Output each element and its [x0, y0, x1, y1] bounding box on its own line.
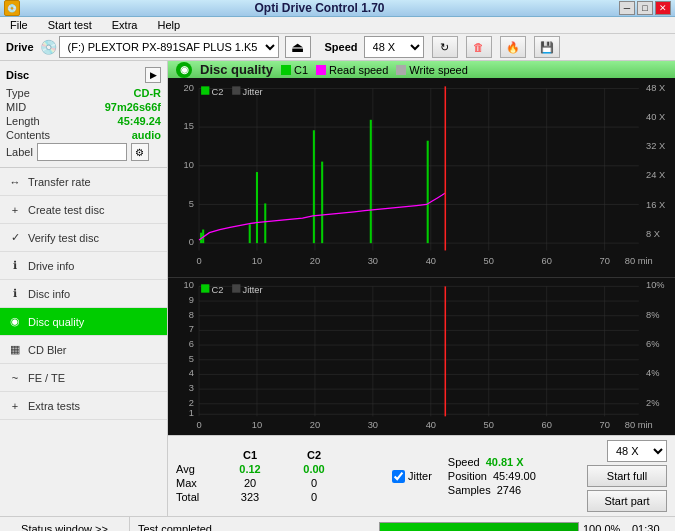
- length-label: Length: [6, 115, 40, 127]
- save-button[interactable]: 💾: [534, 36, 560, 58]
- svg-rect-42: [427, 141, 429, 243]
- svg-rect-92: [201, 284, 209, 292]
- svg-text:70: 70: [599, 420, 609, 430]
- svg-text:20: 20: [184, 83, 194, 93]
- avg-c1: 0.12: [220, 463, 280, 475]
- menu-start-test[interactable]: Start test: [42, 17, 98, 33]
- svg-rect-94: [232, 284, 240, 292]
- progress-bar-fill: [380, 523, 578, 532]
- write-speed-legend-label: Write speed: [409, 64, 468, 76]
- sidebar-item-create-test-disc[interactable]: + Create test disc: [0, 196, 167, 224]
- content-area: ◉ Disc quality C1 Read speed Write speed: [168, 61, 675, 516]
- jitter-checkbox[interactable]: [392, 470, 405, 483]
- svg-text:10: 10: [252, 256, 262, 266]
- time-text: 01:30: [632, 523, 667, 532]
- svg-text:80 min: 80 min: [625, 256, 653, 266]
- menu-file[interactable]: File: [4, 17, 34, 33]
- start-part-button[interactable]: Start part: [587, 490, 667, 512]
- max-label: Max: [176, 477, 216, 489]
- speed-stat-value: 40.81 X: [486, 456, 524, 468]
- extra-tests-label: Extra tests: [28, 400, 80, 412]
- refresh-button[interactable]: ↻: [432, 36, 458, 58]
- svg-rect-46: [232, 87, 240, 95]
- disc-quality-title: Disc quality: [200, 62, 273, 77]
- stats-table: C1 C2 Avg 0.12 0.00 Max 20 0: [176, 449, 376, 503]
- sidebar: Disc ▶ Type CD-R MID 97m26s66f Length 45…: [0, 61, 168, 516]
- svg-text:8: 8: [189, 310, 194, 320]
- svg-text:10: 10: [252, 420, 262, 430]
- erase-button[interactable]: 🗑: [466, 36, 492, 58]
- avg-label: Avg: [176, 463, 216, 475]
- disc-quality-icon-header: ◉: [176, 62, 192, 78]
- verify-test-disc-label: Verify test disc: [28, 232, 99, 244]
- label-settings-button[interactable]: ⚙: [131, 143, 149, 161]
- eject-button[interactable]: ⏏: [285, 36, 311, 58]
- speed-select-stats[interactable]: 48 X: [607, 440, 667, 462]
- svg-rect-0: [168, 78, 675, 277]
- disc-title: Disc: [6, 69, 29, 81]
- window-controls: ─ □ ✕: [619, 1, 671, 15]
- minimize-button[interactable]: ─: [619, 1, 635, 15]
- svg-text:0: 0: [196, 256, 201, 266]
- read-speed-legend-dot: [316, 65, 326, 75]
- svg-text:4%: 4%: [646, 368, 659, 378]
- fe-te-icon: ~: [8, 371, 22, 385]
- c1-legend-label: C1: [294, 64, 308, 76]
- disc-quality-header: ◉ Disc quality C1 Read speed Write speed: [168, 61, 675, 78]
- mid-label: MID: [6, 101, 26, 113]
- svg-text:1: 1: [189, 408, 194, 418]
- disc-info-icon: ℹ: [8, 287, 22, 301]
- speed-select[interactable]: 48 X: [364, 36, 424, 58]
- close-button[interactable]: ✕: [655, 1, 671, 15]
- svg-text:3: 3: [189, 383, 194, 393]
- samples-value: 2746: [497, 484, 521, 496]
- svg-rect-40: [321, 162, 323, 244]
- start-full-button[interactable]: Start full: [587, 465, 667, 487]
- progress-area: 100.0% 01:30: [371, 522, 675, 532]
- svg-text:5: 5: [189, 354, 194, 364]
- sidebar-item-verify-test-disc[interactable]: ✓ Verify test disc: [0, 224, 167, 252]
- sidebar-item-extra-tests[interactable]: + Extra tests: [0, 392, 167, 420]
- disc-nav-button[interactable]: ▶: [145, 67, 161, 83]
- svg-text:9: 9: [189, 295, 194, 305]
- drive-info-icon: ℹ: [8, 259, 22, 273]
- status-text: Test completed: [130, 523, 371, 532]
- title-bar: 💿 Opti Drive Control 1.70 ─ □ ✕: [0, 0, 675, 17]
- status-window-button[interactable]: Status window >>: [0, 517, 130, 532]
- menu-extra[interactable]: Extra: [106, 17, 144, 33]
- bottom-stats: C1 C2 Avg 0.12 0.00 Max 20 0: [168, 435, 675, 516]
- maximize-button[interactable]: □: [637, 1, 653, 15]
- svg-text:24 X: 24 X: [646, 171, 666, 181]
- contents-value: audio: [132, 129, 161, 141]
- sidebar-item-transfer-rate[interactable]: ↔ Transfer rate: [0, 168, 167, 196]
- sidebar-item-drive-info[interactable]: ℹ Drive info: [0, 252, 167, 280]
- legend: C1 Read speed Write speed: [281, 64, 468, 76]
- svg-text:30: 30: [368, 256, 378, 266]
- menu-help[interactable]: Help: [151, 17, 186, 33]
- total-c1: 323: [220, 491, 280, 503]
- fe-te-label: FE / TE: [28, 372, 65, 384]
- svg-text:32 X: 32 X: [646, 141, 666, 151]
- svg-text:Jitter: Jitter: [242, 87, 262, 97]
- sidebar-item-cd-bler[interactable]: ▦ CD Bler: [0, 336, 167, 364]
- svg-text:40: 40: [426, 420, 436, 430]
- label-input[interactable]: [37, 143, 127, 161]
- action-panel: 48 X Start full Start part: [587, 440, 667, 512]
- cd-bler-icon: ▦: [8, 343, 22, 357]
- position-value: 45:49.00: [493, 470, 536, 482]
- transfer-rate-icon: ↔: [8, 175, 22, 189]
- svg-text:Jitter: Jitter: [242, 284, 262, 294]
- burn-button[interactable]: 🔥: [500, 36, 526, 58]
- mid-value: 97m26s66f: [105, 101, 161, 113]
- sidebar-item-disc-info[interactable]: ℹ Disc info: [0, 280, 167, 308]
- svg-text:50: 50: [484, 256, 494, 266]
- svg-rect-39: [313, 130, 315, 243]
- sidebar-item-fe-te[interactable]: ~ FE / TE: [0, 364, 167, 392]
- svg-text:10: 10: [184, 160, 194, 170]
- label-label: Label: [6, 146, 33, 158]
- drive-select[interactable]: (F:) PLEXTOR PX-891SAF PLUS 1.K5: [59, 36, 279, 58]
- svg-text:2: 2: [189, 398, 194, 408]
- sidebar-item-disc-quality[interactable]: ◉ Disc quality: [0, 308, 167, 336]
- c1-header: C1: [220, 449, 280, 461]
- drive-label: Drive: [6, 41, 34, 53]
